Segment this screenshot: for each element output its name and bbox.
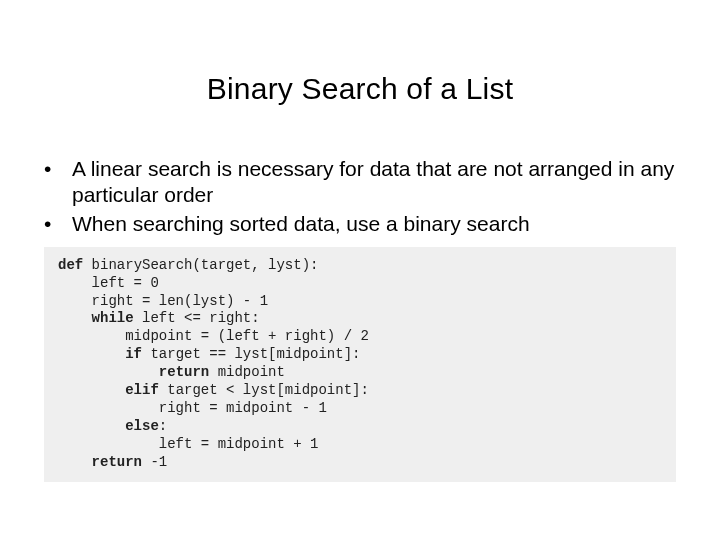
code-text: binarySearch(target, lyst):	[83, 257, 318, 273]
list-item: When searching sorted data, use a binary…	[44, 211, 676, 237]
code-keyword: while	[92, 310, 134, 326]
bullet-list: A linear search is necessary for data th…	[0, 156, 720, 237]
code-text: -1	[142, 454, 167, 470]
code-text: target < lyst[midpoint]:	[159, 382, 369, 398]
code-text: midpoint	[209, 364, 285, 380]
code-text: left = 0	[58, 275, 159, 291]
code-text	[58, 454, 92, 470]
code-keyword: return	[92, 454, 142, 470]
code-block: def binarySearch(target, lyst): left = 0…	[44, 247, 676, 482]
page-title: Binary Search of a List	[0, 72, 720, 106]
code-text	[58, 310, 92, 326]
code-text: right = len(lyst) - 1	[58, 293, 268, 309]
code-keyword: else	[125, 418, 159, 434]
code-keyword: def	[58, 257, 83, 273]
code-text: left = midpoint + 1	[58, 436, 318, 452]
code-text: target == lyst[midpoint]:	[142, 346, 360, 362]
code-text	[58, 382, 125, 398]
code-text	[58, 364, 159, 380]
code-keyword: if	[125, 346, 142, 362]
code-keyword: elif	[125, 382, 159, 398]
list-item: A linear search is necessary for data th…	[44, 156, 676, 209]
slide: Binary Search of a List A linear search …	[0, 72, 720, 540]
code-text	[58, 346, 125, 362]
code-keyword: return	[159, 364, 209, 380]
code-text: :	[159, 418, 167, 434]
code-text: midpoint = (left + right) / 2	[58, 328, 369, 344]
code-text	[58, 418, 125, 434]
code-text: right = midpoint - 1	[58, 400, 327, 416]
code-text: left <= right:	[134, 310, 260, 326]
